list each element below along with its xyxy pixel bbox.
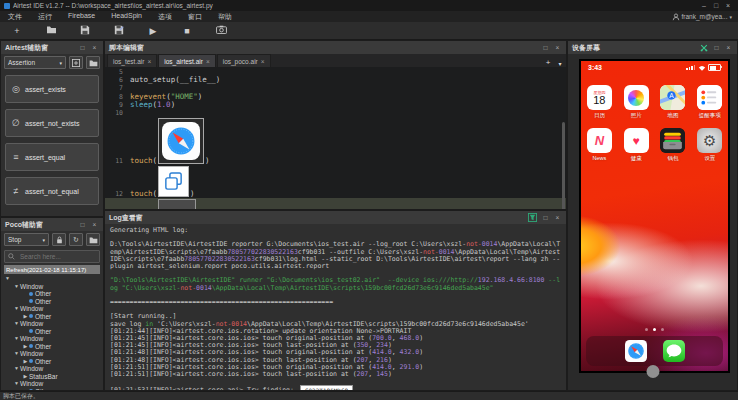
float-icon[interactable]: □ bbox=[78, 221, 87, 228]
menu-headspin[interactable]: HeadSpin bbox=[103, 12, 150, 22]
expand-icon[interactable]: ▶ bbox=[22, 373, 29, 381]
messages-icon[interactable] bbox=[663, 340, 685, 362]
app-settings[interactable]: ⚙设置 bbox=[691, 128, 728, 162]
expand-icon[interactable]: ▶ bbox=[22, 358, 29, 366]
float-icon[interactable]: □ bbox=[541, 214, 550, 221]
code-image-safari[interactable] bbox=[158, 118, 204, 164]
tab-close-icon[interactable]: × bbox=[206, 58, 210, 65]
tree-node[interactable]: ▼Window bbox=[1, 283, 103, 291]
app-wallet[interactable]: 钱包 bbox=[655, 128, 692, 162]
float-icon[interactable]: □ bbox=[541, 44, 550, 51]
close-icon[interactable]: × bbox=[724, 44, 733, 51]
open-file-button[interactable] bbox=[86, 233, 100, 246]
assist-mode-dropdown[interactable]: Assertion ▾ bbox=[4, 56, 66, 69]
tree-node[interactable]: ▼Window bbox=[1, 350, 103, 358]
code-image-plus[interactable]: + bbox=[158, 199, 196, 210]
account-menu[interactable]: frank_m@yea... ▾ bbox=[672, 13, 738, 21]
photos-icon[interactable] bbox=[624, 85, 649, 110]
float-icon[interactable]: □ bbox=[78, 44, 87, 51]
app-maps[interactable]: A地图 bbox=[655, 85, 692, 119]
run-button[interactable]: ▶ bbox=[146, 24, 160, 37]
stop-button[interactable]: ■ bbox=[180, 24, 194, 37]
app-photos[interactable]: 照片 bbox=[618, 85, 655, 119]
new-tab-button[interactable]: + bbox=[542, 58, 554, 67]
close-button[interactable]: × bbox=[722, 2, 734, 9]
lock-button[interactable] bbox=[52, 233, 66, 246]
news-icon[interactable]: N bbox=[587, 128, 612, 153]
tab-close-icon[interactable]: × bbox=[147, 58, 151, 65]
close-icon[interactable]: × bbox=[553, 44, 562, 51]
minimize-button[interactable]: – bbox=[698, 2, 710, 9]
tree-node[interactable]: ▶Other bbox=[1, 343, 103, 351]
app-news[interactable]: NNews bbox=[581, 128, 618, 162]
assert-exists-button[interactable]: ◎assert_exists bbox=[5, 75, 99, 103]
assert-not-exists-button[interactable]: ∅assert_not_exists bbox=[5, 109, 99, 137]
code-editor[interactable]: 56auto_setup(__file__)78keyevent("HOME")… bbox=[105, 67, 566, 210]
calendar-icon[interactable]: 星期四18 bbox=[587, 85, 612, 110]
app-calendar[interactable]: 星期四18日历 bbox=[581, 85, 618, 119]
close-icon[interactable]: × bbox=[90, 44, 99, 51]
poco-search[interactable] bbox=[4, 250, 100, 263]
code-image-tabs[interactable] bbox=[158, 166, 189, 197]
tab-ios_airtest.air[interactable]: ios_airtest.air× bbox=[158, 54, 215, 67]
collapse-icon[interactable]: ▼ bbox=[13, 365, 20, 373]
tree-node[interactable]: Other bbox=[1, 328, 103, 336]
menu-window[interactable]: 窗口 bbox=[180, 12, 210, 22]
tree-node[interactable]: Other bbox=[1, 298, 103, 306]
tree-node[interactable]: Other bbox=[1, 290, 103, 298]
maps-icon[interactable]: A bbox=[660, 85, 685, 110]
home-button[interactable] bbox=[646, 365, 659, 378]
menu-help[interactable]: 帮助 bbox=[210, 12, 240, 22]
device-tools-button[interactable] bbox=[698, 42, 709, 53]
insert-code-button[interactable] bbox=[69, 56, 83, 69]
tree-node[interactable]: ▶Other bbox=[1, 313, 103, 321]
editor-scrollbar[interactable] bbox=[562, 122, 565, 210]
save-button[interactable] bbox=[78, 24, 92, 37]
log-filter-button[interactable] bbox=[527, 212, 538, 223]
collapse-icon[interactable]: ▼ bbox=[4, 275, 11, 283]
collapse-icon[interactable]: ▼ bbox=[13, 283, 20, 291]
tab-close-icon[interactable]: × bbox=[261, 58, 265, 65]
close-icon[interactable]: × bbox=[90, 221, 99, 228]
tree-node[interactable]: ▼Window bbox=[1, 380, 103, 388]
health-icon[interactable]: ♥ bbox=[624, 128, 649, 153]
maximize-button[interactable]: □ bbox=[710, 2, 722, 9]
tab-ios_test.air[interactable]: ios_test.air× bbox=[107, 54, 157, 67]
collapse-icon[interactable]: ▼ bbox=[13, 320, 20, 328]
menu-run[interactable]: 运行 bbox=[30, 12, 60, 22]
device-screen-mirror[interactable]: 3:43 星期四18日历照片A地图提醒事项NNews♥健康钱包⚙设置 bbox=[579, 59, 730, 373]
search-input[interactable] bbox=[18, 252, 96, 261]
app-health[interactable]: ♥健康 bbox=[618, 128, 655, 162]
tree-node[interactable]: ▼ bbox=[1, 275, 103, 283]
app-reminders[interactable]: 提醒事项 bbox=[691, 85, 728, 119]
menu-options[interactable]: 选项 bbox=[150, 12, 180, 22]
tree-node[interactable]: ▼Window bbox=[1, 305, 103, 313]
safari-icon[interactable] bbox=[625, 340, 647, 362]
settings-icon[interactable]: ⚙ bbox=[697, 128, 722, 153]
assert-not-equal-button[interactable]: ≠assert_not_equal bbox=[5, 177, 99, 205]
tree-node[interactable]: ▼Window bbox=[1, 320, 103, 328]
expand-icon[interactable]: ▶ bbox=[22, 343, 29, 351]
poco-mode-dropdown[interactable]: Stop ▾ bbox=[4, 233, 49, 246]
expand-icon[interactable]: ▶ bbox=[22, 313, 29, 321]
tab-list-button[interactable]: ▾ bbox=[554, 60, 566, 67]
collapse-icon[interactable]: ▼ bbox=[13, 305, 20, 313]
tree-node[interactable]: ▶StatusBar bbox=[1, 373, 103, 381]
log-output[interactable]: Generating HTML log:D:\Tools\AirtestIDE\… bbox=[105, 224, 566, 391]
collapse-icon[interactable]: ▼ bbox=[13, 380, 20, 388]
tree-node[interactable]: ▼Window bbox=[1, 335, 103, 343]
export-button[interactable] bbox=[86, 56, 100, 69]
tab-ios_poco.air[interactable]: ios_poco.air× bbox=[217, 54, 271, 67]
tree-node[interactable]: ▶Other bbox=[1, 358, 103, 366]
wallet-icon[interactable] bbox=[660, 128, 685, 153]
close-icon[interactable]: × bbox=[553, 214, 562, 221]
snapshot-button[interactable] bbox=[214, 24, 228, 37]
reminders-icon[interactable] bbox=[697, 85, 722, 110]
menu-file[interactable]: 文件 bbox=[0, 12, 30, 22]
open-button[interactable] bbox=[44, 24, 58, 37]
collapse-icon[interactable]: ▼ bbox=[13, 335, 20, 343]
collapse-icon[interactable]: ▼ bbox=[13, 350, 20, 358]
tree-node[interactable]: ▼Window bbox=[1, 365, 103, 373]
save-as-button[interactable] bbox=[112, 24, 126, 37]
menu-firebase[interactable]: Firebase bbox=[60, 12, 103, 22]
